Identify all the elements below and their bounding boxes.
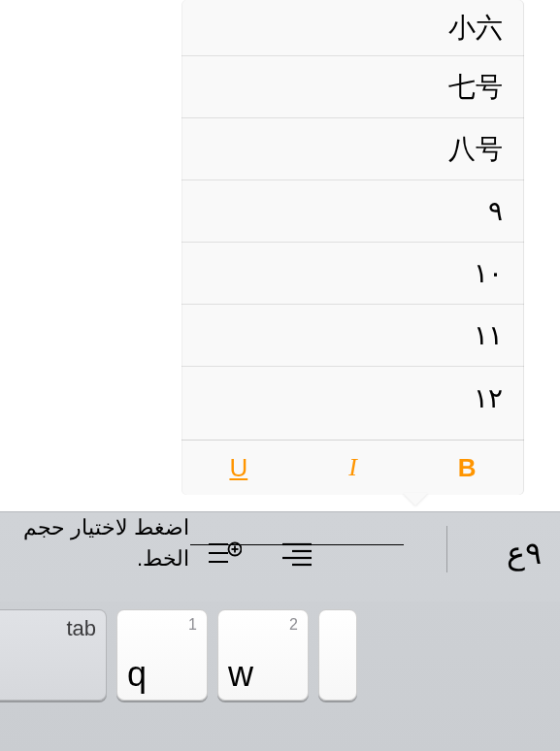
key-label: w (228, 657, 253, 692)
font-size-button[interactable]: ٩ع (507, 534, 545, 572)
key-q[interactable]: 1 q (116, 609, 208, 701)
shortcut-toolbar: ٩ع (204, 524, 560, 582)
key-label: tab (66, 618, 96, 639)
text-style-row: U I B (181, 440, 524, 495)
key-alt-label: 2 (289, 616, 298, 634)
bold-label: B (458, 453, 477, 483)
bold-button[interactable]: B (410, 441, 524, 495)
font-size-list[interactable]: 小六 七号 八号 ٩ ١٠ ١١ ١٢ (181, 0, 524, 440)
key-alt-label: 1 (188, 616, 197, 634)
size-option[interactable]: 八号 (181, 118, 524, 180)
key-partial[interactable] (318, 609, 357, 701)
italic-label: I (348, 453, 357, 482)
size-option[interactable]: 小六 (181, 0, 524, 56)
size-label: 八号 (448, 131, 503, 168)
size-option[interactable]: 七号 (181, 56, 524, 118)
size-label: ١٢ (474, 382, 503, 414)
size-label: ٩ (488, 195, 503, 227)
key-tab[interactable]: tab (0, 609, 107, 701)
size-option[interactable]: ١١ (181, 305, 524, 367)
align-right-icon[interactable] (278, 534, 316, 572)
size-label: ١١ (474, 319, 503, 351)
toolbar-divider (446, 526, 447, 572)
popover-arrow-icon (403, 493, 428, 506)
key-label: q (127, 657, 147, 692)
size-option[interactable]: ١٠ (181, 243, 524, 305)
size-label: 七号 (448, 69, 503, 106)
font-size-popover: 小六 七号 八号 ٩ ١٠ ١١ ١٢ U I B (181, 0, 524, 495)
callout-label: اضغط لاختيار حجم الخط. (10, 512, 189, 574)
callout-text: اضغط لاختيار حجم الخط. (23, 515, 189, 571)
size-label: 小六 (448, 10, 503, 47)
key-w[interactable]: 2 w (217, 609, 309, 701)
size-option[interactable]: ١٢ (181, 367, 524, 429)
keyboard: tab 1 q 2 w (0, 602, 560, 751)
keyboard-row: tab 1 q 2 w (0, 602, 560, 708)
size-option[interactable]: ٩ (181, 180, 524, 243)
font-size-label: ٩ع (507, 535, 542, 571)
italic-button[interactable]: I (296, 441, 411, 495)
callout-leader-line (190, 544, 404, 545)
underline-button[interactable]: U (181, 441, 296, 495)
underline-label: U (229, 453, 247, 483)
size-label: ١٠ (474, 257, 503, 289)
add-item-icon[interactable] (204, 534, 243, 572)
